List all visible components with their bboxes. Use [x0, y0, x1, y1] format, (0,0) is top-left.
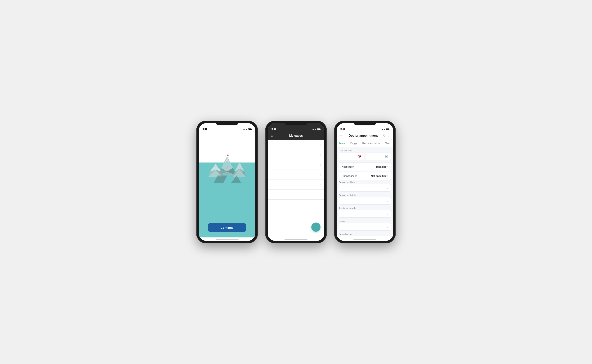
- appointment-state-label: Appointment state: [339, 194, 391, 196]
- time-3: 9:41: [340, 128, 345, 130]
- svg-marker-16: [227, 155, 229, 156]
- chevron-icon: ›: [387, 165, 388, 168]
- detail-body: Date and time 📅 🕐 Notification Disa: [336, 147, 393, 237]
- chevron-icon: ›: [387, 175, 388, 177]
- phone-1: 9:41 ⊛: [196, 121, 258, 243]
- date-time-group: Date and time 📅 🕐: [339, 150, 391, 160]
- home-indicator-2: [284, 239, 308, 240]
- chevron-icon: ›: [320, 163, 321, 166]
- notification-label: Notification: [342, 165, 354, 168]
- signal-icon-1: [242, 129, 245, 130]
- phone-2: 9:41 ⊛ ≡ My cases: [265, 121, 327, 243]
- cases-list: › › › › › › +: [268, 140, 324, 237]
- add-case-button[interactable]: +: [311, 222, 321, 232]
- screen-3: 9:41 ⊛ ← Doctor appointme: [336, 123, 393, 241]
- mountain-svg: [206, 153, 248, 191]
- notification-row[interactable]: Notification Disabled ›: [339, 162, 391, 171]
- specialization-label: Specialization: [339, 233, 391, 235]
- wifi-icon-2: ⊛: [315, 128, 316, 130]
- chevron-icon: ›: [320, 143, 321, 146]
- battery-icon-3: [386, 129, 390, 130]
- hamburger-icon[interactable]: ≡: [271, 134, 273, 138]
- notch-2: [284, 121, 308, 125]
- home-indicator-1: [215, 239, 239, 240]
- treatment-provider-select[interactable]: ⌄: [339, 210, 391, 218]
- appointment-state-select[interactable]: ⌄: [339, 197, 391, 205]
- specialization-select[interactable]: Dermatologist ⌄: [339, 236, 391, 237]
- status-icons-2: ⊛: [311, 128, 321, 130]
- phone-frame-1: 9:41 ⊛: [196, 121, 258, 243]
- back-button[interactable]: ←: [340, 134, 343, 138]
- list-item[interactable]: ›: [268, 170, 324, 180]
- appointment-state-group: Appointment state ⌄: [339, 194, 391, 205]
- tabs-bar: Main Drugs Recomendation Test: [336, 140, 393, 147]
- treatment-provider-group: Treatment provider ⌄: [339, 207, 391, 218]
- continue-area: Continue: [199, 200, 256, 237]
- chevron-icon: ›: [320, 173, 321, 176]
- copy-button[interactable]: ⧉: [383, 134, 385, 137]
- nav-actions: ⧉ ✓: [383, 134, 390, 137]
- chevron-down-icon: ⌄: [387, 212, 389, 215]
- tab-recommendation[interactable]: Recomendation: [360, 140, 382, 147]
- appointment-type-select[interactable]: ⌄: [339, 184, 391, 192]
- nav-title-2: My cases: [289, 134, 303, 137]
- direction-value: Not specified ›: [371, 175, 388, 177]
- appointment-type-label: Appointment type: [339, 181, 391, 183]
- wifi-icon-3: ⊛: [384, 128, 385, 130]
- doctor-group: Doctor ⌄: [339, 220, 391, 231]
- status-icons-1: ⊛: [242, 128, 252, 130]
- phone-frame-3: 9:41 ⊛ ← Doctor appointme: [334, 121, 396, 243]
- fab-container: +: [311, 222, 321, 232]
- tab-main[interactable]: Main: [336, 140, 348, 147]
- chevron-down-icon: ⌄: [387, 186, 389, 189]
- treatment-provider-label: Treatment provider: [339, 207, 391, 209]
- date-time-row: 📅 🕐: [339, 153, 391, 160]
- tab-drugs[interactable]: Drugs: [348, 140, 360, 147]
- time-1: 9:41: [202, 128, 207, 130]
- status-icons-3: ⊛: [380, 128, 390, 130]
- doctor-select[interactable]: ⌄: [339, 223, 391, 231]
- direction-row[interactable]: Направление Not specified ›: [339, 172, 391, 180]
- chevron-icon: ›: [320, 193, 321, 196]
- notch-3: [353, 121, 377, 125]
- chevron-icon: ›: [320, 153, 321, 156]
- tab-test[interactable]: Test: [382, 140, 392, 147]
- specialization-group: Specialization Dermatologist ⌄: [339, 233, 391, 237]
- home-indicator-3: [353, 239, 377, 240]
- notch-1: [215, 121, 239, 125]
- mountain-illustration: [199, 131, 256, 200]
- phone-frame-2: 9:41 ⊛ ≡ My cases: [265, 121, 327, 243]
- chevron-down-icon: ⌄: [387, 199, 389, 202]
- nav-bar-2: ≡ My cases: [268, 131, 324, 140]
- signal-icon-3: [380, 129, 383, 130]
- phone-3: 9:41 ⊛ ← Doctor appointme: [334, 121, 396, 243]
- time-input[interactable]: 🕐: [366, 153, 391, 160]
- list-item[interactable]: ›: [268, 150, 324, 160]
- direction-label: Направление: [342, 175, 357, 177]
- list-item[interactable]: ›: [268, 160, 324, 170]
- list-item[interactable]: ›: [268, 140, 324, 150]
- notification-value: Disabled ›: [376, 165, 388, 168]
- doctor-label: Doctor: [339, 220, 391, 222]
- detail-title: Doctor appointment: [349, 134, 378, 137]
- screen-2: 9:41 ⊛ ≡ My cases: [268, 123, 324, 241]
- appointment-type-group: Appointment type ⌄: [339, 181, 391, 192]
- screen-1: 9:41 ⊛: [199, 123, 256, 241]
- calendar-icon: 📅: [358, 155, 362, 158]
- detail-nav: ← Doctor appointment ⧉ ✓: [336, 131, 393, 140]
- continue-button[interactable]: Continue: [208, 223, 246, 232]
- battery-icon-2: [317, 129, 321, 130]
- battery-icon-1: [248, 129, 252, 130]
- time-2: 9:41: [271, 128, 276, 130]
- chevron-icon: ›: [320, 183, 321, 186]
- clock-icon: 🕐: [385, 155, 389, 158]
- signal-icon-2: [311, 129, 314, 130]
- wifi-icon-1: ⊛: [246, 128, 247, 130]
- chevron-down-icon: ⌄: [387, 225, 389, 228]
- date-input[interactable]: 📅: [339, 153, 364, 160]
- date-time-label: Date and time: [339, 150, 391, 152]
- list-item[interactable]: ›: [268, 180, 324, 190]
- check-button[interactable]: ✓: [388, 134, 390, 137]
- list-item[interactable]: ›: [268, 190, 324, 200]
